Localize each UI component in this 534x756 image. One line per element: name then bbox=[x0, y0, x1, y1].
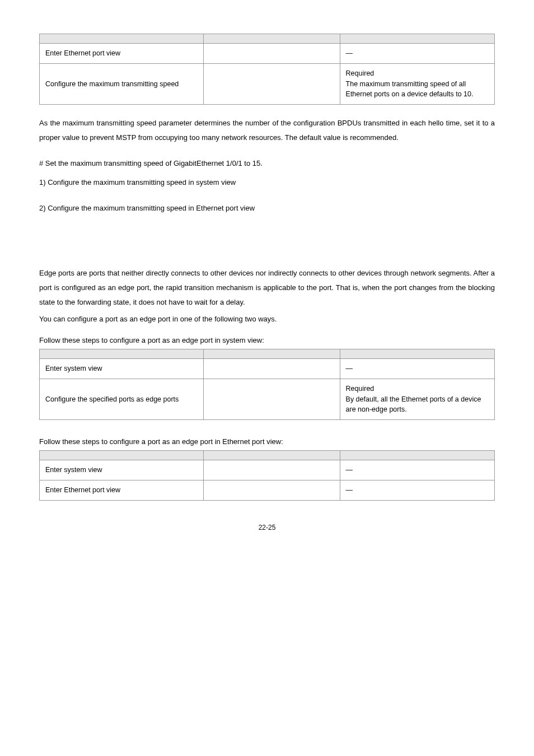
table-caption: Follow these steps to configure a port a… bbox=[39, 437, 495, 447]
cell-command bbox=[203, 480, 340, 501]
table-header-cell-last bbox=[340, 451, 494, 460]
cell-desc: Required The maximum transmitting speed … bbox=[340, 63, 494, 104]
cell-operation: Enter system view bbox=[40, 460, 204, 480]
list-item-2: 2) Configure the maximum transmitting sp… bbox=[39, 201, 495, 216]
cell-operation: Enter system view bbox=[40, 359, 204, 379]
cell-desc: — bbox=[340, 460, 494, 480]
table-header-cell bbox=[203, 451, 340, 460]
cell-desc: — bbox=[340, 44, 494, 64]
cell-command bbox=[203, 44, 340, 64]
body-paragraph: You can configure a port as an edge port… bbox=[39, 312, 495, 326]
table-header-cell bbox=[40, 451, 204, 460]
cell-operation: Configure the specified ports as edge po… bbox=[40, 379, 204, 419]
cell-command bbox=[203, 379, 340, 419]
table-edge-port-ethernet: Enter system view — Enter Ethernet port … bbox=[39, 450, 495, 501]
table-row: Enter Ethernet port view — bbox=[40, 44, 495, 64]
list-item-1: 1) Configure the maximum transmitting sp… bbox=[39, 175, 495, 190]
table-row: Enter Ethernet port view — bbox=[40, 480, 495, 501]
table-partial-top: Enter Ethernet port view — Configure the… bbox=[39, 34, 495, 105]
table-header-cell bbox=[203, 349, 340, 359]
table-header-cell bbox=[203, 34, 340, 44]
cell-desc-required: Required bbox=[346, 69, 374, 77]
table-header-cell bbox=[40, 34, 204, 44]
cell-desc: — bbox=[340, 480, 494, 501]
table-header-cell bbox=[40, 349, 204, 359]
table-caption: Follow these steps to configure a port a… bbox=[39, 335, 495, 346]
table-row: Configure the specified ports as edge po… bbox=[40, 379, 495, 419]
cell-desc-detail: The maximum transmitting speed of all Et… bbox=[346, 80, 474, 99]
page-number: 22-25 bbox=[39, 523, 495, 533]
table-edge-port-system: Enter system view — Configure the specif… bbox=[39, 349, 495, 420]
cell-desc: Required By default, all the Ethernet po… bbox=[340, 379, 494, 419]
cell-operation: Enter Ethernet port view bbox=[40, 480, 204, 501]
cell-desc-detail: By default, all the Ethernet ports of a … bbox=[346, 395, 481, 414]
cell-desc: — bbox=[340, 359, 494, 379]
cell-operation: Configure the maximum transmitting speed bbox=[40, 63, 204, 104]
cell-command bbox=[203, 63, 340, 104]
table-header-cell bbox=[340, 349, 494, 359]
body-paragraph: Edge ports are ports that neither direct… bbox=[39, 266, 495, 310]
body-paragraph: As the maximum transmitting speed parame… bbox=[39, 116, 495, 145]
table-row: Configure the maximum transmitting speed… bbox=[40, 63, 495, 104]
table-header-cell bbox=[340, 34, 494, 44]
cell-command bbox=[203, 359, 340, 379]
table-row: Enter system view — bbox=[40, 359, 495, 379]
example-heading: # Set the maximum transmitting speed of … bbox=[39, 156, 495, 171]
cell-command bbox=[203, 460, 340, 480]
cell-desc-required: Required bbox=[346, 385, 374, 393]
cell-operation: Enter Ethernet port view bbox=[40, 44, 204, 64]
table-row: Enter system view — bbox=[40, 460, 495, 480]
